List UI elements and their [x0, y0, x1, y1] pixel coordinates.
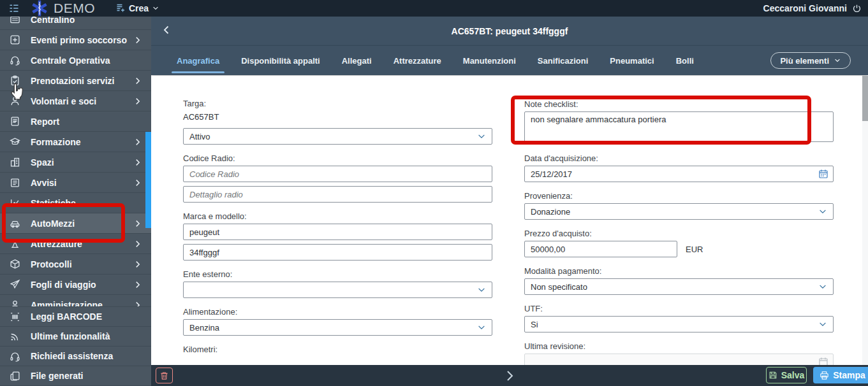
footer-toolbar: Salva Stampa	[151, 365, 868, 386]
provenienza-select[interactable]: Donazione	[524, 203, 834, 220]
data-acquisizione-input[interactable]	[524, 166, 834, 182]
first-aid-icon	[9, 34, 20, 46]
sidebar-item-eventi-primo-soccorso[interactable]: Eventi primo soccorso	[0, 30, 151, 50]
save-button[interactable]: Salva	[766, 367, 807, 383]
star-of-life-logo-icon	[31, 0, 50, 17]
data-acquisizione-label: Data d'acquisizione:	[524, 154, 834, 163]
car-icon	[9, 218, 20, 229]
page-title: AC657BT: peugeut 34ffgggf	[151, 26, 868, 36]
prezzo-acquisto-input[interactable]	[524, 241, 677, 257]
sidebar-item-formazione[interactable]: Formazione	[0, 132, 151, 152]
tab-disponibilita-appalti[interactable]: Disponibilità appalti	[241, 46, 320, 75]
rss-icon	[9, 331, 20, 342]
codice-radio-label: Codice Radio:	[183, 154, 492, 163]
object-header: AC657BT: peugeut 34ffgggf	[151, 17, 868, 46]
files-icon	[9, 370, 20, 382]
note-checklist-textarea[interactable]: non segnalare ammaccatura portiera	[524, 111, 834, 142]
sidebar-item-spazi[interactable]: Spazi	[0, 152, 151, 173]
sidebar-item-volontari-e-soci[interactable]: Volontari e soci	[0, 91, 151, 111]
sidebar-footer: Leggi BARCODE Ultime funzionalità Richie…	[0, 306, 151, 386]
form-content: Targa: AC657BT Attivo Codice Radio: Marc…	[151, 76, 868, 365]
next-record-icon[interactable]	[504, 369, 515, 383]
tab-bolli[interactable]: Bolli	[676, 46, 694, 75]
chevron-down-icon	[834, 57, 841, 64]
alimentazione-label: Alimentazione:	[183, 307, 492, 317]
person-icon	[9, 96, 20, 107]
codice-radio-input[interactable]	[183, 166, 492, 182]
tab-manutenzioni[interactable]: Manutenzioni	[463, 46, 516, 75]
paper-plane-icon	[9, 279, 20, 290]
currency-label: EUR	[686, 245, 703, 254]
sidebar-item-centrale-operativa[interactable]: Centrale Operativa	[0, 50, 151, 71]
print-button[interactable]: Stampa	[813, 367, 868, 383]
sidebar-item-avvisi[interactable]: Avvisi	[0, 173, 151, 193]
tab-attrezzature[interactable]: Attrezzature	[394, 46, 441, 75]
graduation-icon	[9, 136, 20, 148]
brand-title: DEMO	[54, 1, 95, 16]
ente-esterno-select[interactable]	[183, 282, 492, 298]
crea-button[interactable]: Crea	[115, 3, 159, 13]
sidebar-item-report[interactable]: Report	[0, 111, 151, 132]
alimentazione-select[interactable]: Benzina	[183, 319, 492, 336]
barcode-icon	[9, 311, 20, 322]
crea-label: Crea	[129, 3, 149, 13]
sidebar-item-automezzi[interactable]: AutoMezzi	[0, 213, 151, 234]
modello-input[interactable]	[183, 244, 492, 261]
sidebar-nav: Centralino Eventi primo soccorso Central…	[0, 0, 151, 386]
printer-icon	[820, 371, 829, 380]
delete-button[interactable]	[156, 368, 173, 383]
ultima-revisione-label: Ultima revisione:	[524, 341, 834, 351]
news-icon	[9, 177, 20, 189]
menu-icon[interactable]	[8, 3, 20, 14]
dettaglio-radio-input[interactable]	[183, 186, 492, 203]
sidebar-scrollbar-thumb[interactable]	[145, 132, 151, 228]
chevron-right-icon	[133, 219, 142, 228]
chevron-down-icon	[477, 132, 486, 141]
ultima-revisione-input	[524, 354, 834, 365]
content-scrollbar[interactable]	[862, 76, 868, 365]
tab-allegati[interactable]: Allegati	[342, 46, 372, 75]
sidebar-item-protocolli[interactable]: Protocolli	[0, 254, 151, 275]
sidebar-item-prenotazioni-servizi[interactable]: Prenotazioni servizi	[0, 71, 151, 91]
main-area: AC657BT: peugeut 34ffgggf Anagrafica Dis…	[151, 17, 868, 386]
sidebar-item-statistiche[interactable]: Statistiche	[0, 193, 151, 213]
stato-select[interactable]: Attivo	[183, 128, 492, 145]
sidebar-item-leggi-barcode[interactable]: Leggi BARCODE	[0, 307, 151, 327]
top-bar: DEMO Crea Ceccaroni Giovanni	[0, 0, 868, 17]
sidebar-item-file-generati[interactable]: File generati	[0, 366, 151, 386]
kilometri-label: Kilometri:	[183, 345, 492, 354]
sidebar-item-richiedi-assistenza[interactable]: Richiedi assistenza	[0, 347, 151, 366]
tab-sanificazioni[interactable]: Sanificazioni	[538, 46, 588, 75]
provenienza-label: Provenienza:	[524, 191, 834, 201]
chevron-right-icon	[133, 97, 142, 106]
save-disk-icon	[769, 371, 777, 380]
modalita-pagamento-label: Modalità pagamento:	[524, 266, 834, 276]
targa-label: Targa:	[183, 99, 492, 108]
create-list-icon	[115, 3, 126, 13]
marca-input[interactable]	[183, 224, 492, 240]
report-icon	[9, 116, 20, 127]
chevron-down-icon	[818, 282, 827, 291]
chevron-right-icon	[133, 36, 142, 45]
sidebar-list: Centralino Eventi primo soccorso Central…	[0, 0, 151, 315]
utf-select[interactable]: Si	[524, 316, 834, 332]
clipboard-icon	[9, 75, 20, 87]
box-icon	[9, 259, 20, 270]
sidebar-item-fogli-di-viaggio[interactable]: Fogli di viaggio	[0, 275, 151, 295]
back-icon[interactable]	[161, 24, 173, 37]
sidebar-item-ultime-funzionalita[interactable]: Ultime funzionalità	[0, 327, 151, 347]
chevron-down-icon	[477, 323, 486, 332]
chart-icon	[9, 197, 20, 209]
chevron-down-icon	[152, 4, 159, 12]
more-elements-button[interactable]: Più elementi	[770, 52, 851, 69]
building-icon	[9, 157, 20, 168]
tab-anagrafica[interactable]: Anagrafica	[177, 46, 219, 75]
tab-pneumatici[interactable]: Pneumatici	[610, 46, 654, 75]
trash-icon	[159, 371, 169, 381]
modalita-pagamento-select[interactable]: Non specificato	[524, 278, 834, 295]
sidebar-item-attrezzature[interactable]: Attrezzature	[0, 234, 151, 254]
content-scrollbar-thumb[interactable]	[862, 76, 868, 121]
form-column-right: Note checklist: non segnalare ammaccatur…	[524, 99, 834, 365]
calendar-icon[interactable]	[818, 169, 828, 179]
logout-power-icon[interactable]	[852, 4, 862, 13]
